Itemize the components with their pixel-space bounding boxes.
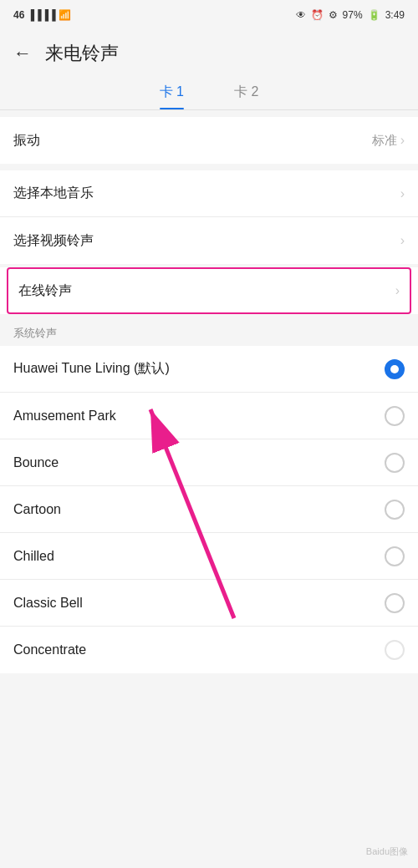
- vibration-section: 振动 标准 ›: [0, 117, 418, 164]
- ringtone-name-bounce: Bounce: [13, 455, 59, 470]
- page-header: ← 来电铃声: [0, 30, 418, 77]
- ringtone-list: Huawei Tune Living (默认) Amusement Park B…: [0, 346, 418, 673]
- radio-cartoon[interactable]: [385, 500, 405, 520]
- watermark: Baidu图像: [366, 845, 408, 858]
- vibration-value-group: 标准 ›: [372, 133, 405, 149]
- status-right: 👁 ⏰ ⚙ 97% 🔋 3:49: [296, 9, 405, 21]
- ringtone-item-concentrate[interactable]: Concentrate: [0, 627, 418, 673]
- ringtone-item-classic[interactable]: Classic Bell: [0, 580, 418, 627]
- tab-card2[interactable]: 卡 2: [234, 84, 258, 109]
- page-title: 来电铃声: [45, 41, 119, 66]
- ringtone-item-bounce[interactable]: Bounce: [0, 439, 418, 486]
- radio-concentrate[interactable]: [385, 640, 405, 660]
- tab-divider: [0, 109, 418, 110]
- battery-icon: 🔋: [368, 9, 380, 21]
- radio-huawei[interactable]: [385, 359, 405, 379]
- ringtone-item-cartoon[interactable]: Cartoon: [0, 486, 418, 533]
- ringtone-name-huawei: Huawei Tune Living (默认): [13, 360, 170, 378]
- wifi-icon: 📶: [59, 9, 71, 21]
- local-music-label: 选择本地音乐: [13, 185, 94, 202]
- radio-chilled[interactable]: [385, 546, 405, 566]
- tab-card1[interactable]: 卡 1: [160, 84, 184, 109]
- online-ringtone-label: 在线铃声: [18, 282, 72, 300]
- network-type: 46: [13, 9, 24, 21]
- time: 3:49: [385, 9, 405, 21]
- eye-icon: 👁: [296, 9, 306, 21]
- ringtone-item-huawei[interactable]: Huawei Tune Living (默认): [0, 346, 418, 393]
- ringtone-name-concentrate: Concentrate: [13, 642, 86, 657]
- ringtone-name-amusement: Amusement Park: [13, 409, 116, 424]
- ringtone-item-chilled[interactable]: Chilled: [0, 533, 418, 580]
- vibration-item[interactable]: 振动 标准 ›: [0, 117, 418, 164]
- ringtone-options-section: 选择本地音乐 › 选择视频铃声 ›: [0, 170, 418, 264]
- bluetooth-icon: ⚙: [329, 9, 338, 21]
- battery-level: 97%: [343, 9, 363, 21]
- alarm-icon: ⏰: [311, 9, 324, 21]
- local-music-item[interactable]: 选择本地音乐 ›: [0, 170, 418, 217]
- network-info: 46 ▐▐▐▐ 📶: [13, 9, 71, 21]
- status-bar: 46 ▐▐▐▐ 📶 👁 ⏰ ⚙ 97% 🔋 3:49: [0, 0, 418, 30]
- back-button[interactable]: ←: [13, 43, 32, 64]
- signal-bars: ▐▐▐▐: [28, 9, 59, 21]
- radio-bounce[interactable]: [385, 453, 405, 473]
- system-ringtones-label: 系统铃声: [0, 316, 418, 346]
- ringtone-name-chilled: Chilled: [13, 549, 54, 564]
- radio-amusement[interactable]: [385, 406, 405, 426]
- video-ringtone-item[interactable]: 选择视频铃声 ›: [0, 217, 418, 264]
- chevron-icon: ›: [400, 133, 405, 148]
- ringtone-item-amusement[interactable]: Amusement Park: [0, 393, 418, 439]
- vibration-value: 标准: [372, 133, 397, 149]
- ringtone-name-classic: Classic Bell: [13, 596, 83, 611]
- online-ringtone-wrapper: 在线铃声 ›: [0, 267, 418, 314]
- radio-classic[interactable]: [385, 593, 405, 613]
- ringtone-name-cartoon: Cartoon: [13, 502, 61, 517]
- tab-bar: 卡 1 卡 2: [0, 77, 418, 109]
- video-ringtone-label: 选择视频铃声: [13, 232, 94, 250]
- chevron-icon-online: ›: [395, 283, 400, 298]
- vibration-label: 振动: [13, 132, 40, 150]
- chevron-icon-local: ›: [400, 186, 405, 201]
- online-ringtone-item[interactable]: 在线铃声 ›: [7, 267, 411, 314]
- chevron-icon-video: ›: [400, 233, 405, 248]
